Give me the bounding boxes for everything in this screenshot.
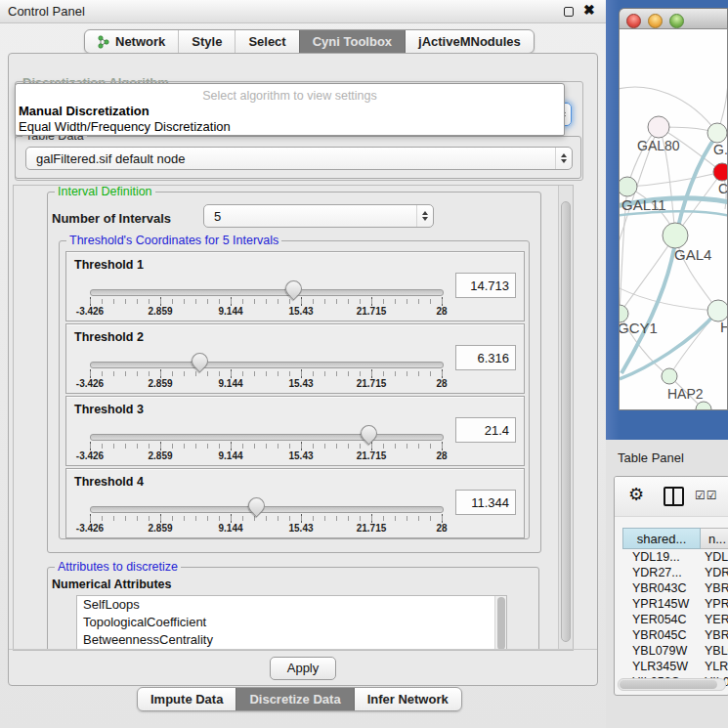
- node-selected-red[interactable]: [713, 163, 728, 181]
- table-horizontal-scrollbar[interactable]: [618, 678, 726, 691]
- close-icon[interactable]: ✖: [583, 2, 595, 18]
- node-gal80[interactable]: [648, 116, 669, 138]
- table-row[interactable]: YDR27...YDR2: [622, 565, 728, 580]
- bottom-tabbar: Impute Data Discretize Data Infer Networ…: [137, 687, 462, 711]
- apply-bar: Apply: [9, 649, 597, 685]
- threshold-1-value-field[interactable]: 14.713: [455, 273, 516, 298]
- network-window-titlebar[interactable]: [619, 8, 728, 29]
- slider-tick-labels: -3.4262.859 9.14415.43 21.71528: [90, 450, 442, 462]
- tab-cyni-toolbox-label: Cyni Toolbox: [313, 34, 392, 49]
- settings-scroll-viewport: Interval Definition Number of Intervals …: [13, 185, 574, 651]
- tab-style[interactable]: Style: [178, 30, 235, 53]
- tab-network[interactable]: Network: [85, 30, 178, 53]
- network-graph: GAL80 G. C GAL11 GAL4 GCY1 H HAP2: [620, 29, 728, 410]
- node-label: H: [720, 319, 728, 335]
- threshold-2-slider-track[interactable]: [90, 362, 444, 368]
- right-panel: GAL80 G. C GAL11 GAL4 GCY1 H HAP2 Table …: [606, 0, 728, 728]
- threshold-2-value-field[interactable]: 6.316: [455, 345, 516, 370]
- table-panel-title: Table Panel: [618, 450, 684, 465]
- tab-select-label: Select: [248, 34, 285, 49]
- threshold-3-value-field[interactable]: 21.4: [455, 417, 516, 443]
- checkboxes-icon[interactable]: ☑☑: [695, 489, 718, 502]
- list-item[interactable]: BetweennessCentrality: [77, 631, 506, 649]
- algorithm-hint: Select algorithm to view settings: [16, 89, 564, 103]
- tab-network-label: Network: [115, 34, 165, 49]
- slider-minor-ticks: [90, 299, 443, 304]
- scrollbar-thumb[interactable]: [561, 201, 571, 642]
- tab-impute-data-label: Impute Data: [150, 692, 223, 707]
- threshold-3-label: Threshold 3: [74, 403, 144, 416]
- table-row[interactable]: YER054CYER0: [622, 612, 728, 627]
- threshold-3-slider-track[interactable]: [90, 434, 444, 441]
- node-label: G.: [713, 142, 728, 157]
- zoom-traffic-light[interactable]: [669, 14, 684, 28]
- table-body: YDL19...YDL1 YDR27...YDR2 YBR043CYBR0 YP…: [622, 549, 728, 690]
- slider-minor-ticks: [90, 444, 443, 449]
- attributes-scrollbar[interactable]: [494, 596, 506, 651]
- threshold-2-label: Threshold 2: [74, 330, 144, 344]
- thresholds-group: Threshold's Coordinates for 5 Intervals …: [59, 240, 530, 539]
- slider-tick-labels: -3.4262.859 9.14415.43 21.71528: [90, 378, 442, 390]
- tab-cyni-toolbox[interactable]: Cyni Toolbox: [299, 30, 405, 53]
- minimize-traffic-light[interactable]: [648, 14, 663, 28]
- threshold-4-value-field[interactable]: 11.344: [455, 490, 516, 515]
- settings-vertical-scrollbar[interactable]: [558, 186, 573, 650]
- network-icon: [98, 35, 109, 49]
- apply-button[interactable]: Apply: [270, 657, 336, 680]
- algorithm-option-manual[interactable]: Manual Discretization: [19, 104, 150, 118]
- number-of-intervals-combobox[interactable]: 5: [203, 204, 434, 228]
- table-data-combobox[interactable]: galFiltered.sif default node: [25, 147, 573, 170]
- tab-impute-data[interactable]: Impute Data: [138, 688, 236, 710]
- column-header-name[interactable]: n...: [701, 528, 728, 549]
- algorithm-option-equal-width[interactable]: Equal Width/Frequency Discretization: [19, 119, 231, 134]
- columns-icon[interactable]: [664, 487, 684, 506]
- node-gal11[interactable]: [620, 177, 637, 196]
- node-hap2[interactable]: [662, 368, 677, 384]
- top-tabbar: Network Style Select Cyni Toolbox jActiv…: [84, 29, 535, 54]
- table-data-combobox-value: galFiltered.sif default node: [26, 151, 555, 166]
- table-row[interactable]: YLR345WYLR3: [622, 659, 728, 674]
- node-partial-bottom[interactable]: [696, 402, 711, 410]
- list-item[interactable]: SelfLoops: [77, 596, 506, 614]
- table-row[interactable]: YBR043CYBR0: [622, 580, 728, 596]
- close-traffic-light[interactable]: [626, 14, 641, 28]
- table-row[interactable]: YBR045CYBR0: [622, 627, 728, 643]
- threshold-4-slider-track[interactable]: [90, 506, 444, 513]
- control-panel-titlebar: Control Panel ✖: [0, 0, 606, 23]
- algorithm-dropdown-popup: Select algorithm to view settings Manual…: [15, 83, 565, 136]
- window-title: Control Panel: [8, 4, 85, 19]
- threshold-1-panel: Threshold 1 -3.4262.859 9.14415.43 21.71…: [65, 251, 525, 321]
- numerical-attributes-list: SelfLoops TopologicalCoefficient Between…: [76, 595, 507, 651]
- gear-icon[interactable]: ⚙: [628, 484, 644, 505]
- table-row[interactable]: YPR145WYPR1: [622, 596, 728, 612]
- table-row[interactable]: YBL079WYBL0: [622, 643, 728, 659]
- node-label: GAL11: [621, 196, 666, 213]
- tab-infer-network[interactable]: Infer Network: [354, 688, 461, 710]
- list-item[interactable]: TopologicalCoefficient: [77, 614, 506, 631]
- table-row[interactable]: YDL19...YDL1: [622, 549, 728, 565]
- tab-discretize-data[interactable]: Discretize Data: [236, 688, 353, 710]
- node-label: GAL80: [637, 138, 680, 153]
- tab-style-label: Style: [192, 34, 222, 49]
- slider-minor-ticks: [90, 516, 443, 521]
- tab-jactivemnodules[interactable]: jActiveMNodules: [405, 30, 534, 53]
- table-header: shared... n...: [622, 528, 728, 549]
- numerical-attributes-label: Numerical Attributes: [52, 578, 171, 591]
- combo-stepper-icon: [555, 148, 572, 169]
- threshold-1-slider-track[interactable]: [90, 289, 444, 296]
- threshold-1-label: Threshold 1: [74, 258, 144, 272]
- control-panel-window: Control Panel ✖ Network Style Select: [0, 0, 606, 728]
- slider-tick-labels: -3.4262.859 9.14415.43 21.71528: [90, 306, 442, 318]
- float-window-icon[interactable]: [564, 7, 574, 17]
- threshold-3-panel: Threshold 3 -3.4262.859 9.14415.43 21.71…: [65, 396, 525, 466]
- node-partial-top-right[interactable]: [707, 123, 727, 143]
- column-header-shared-name[interactable]: shared...: [622, 528, 701, 549]
- network-canvas[interactable]: GAL80 G. C GAL11 GAL4 GCY1 H HAP2: [619, 29, 728, 410]
- node-gal4[interactable]: [663, 223, 688, 248]
- tab-discretize-data-label: Discretize Data: [249, 692, 340, 707]
- threshold-4-label: Threshold 4: [74, 475, 144, 489]
- scrollbar-thumb[interactable]: [620, 680, 717, 689]
- cyni-toolbox-panel: Discretization Algorithm Select algorith…: [8, 53, 598, 686]
- thresholds-group-label: Threshold's Coordinates for 5 Intervals: [66, 234, 281, 247]
- tab-select[interactable]: Select: [235, 30, 298, 53]
